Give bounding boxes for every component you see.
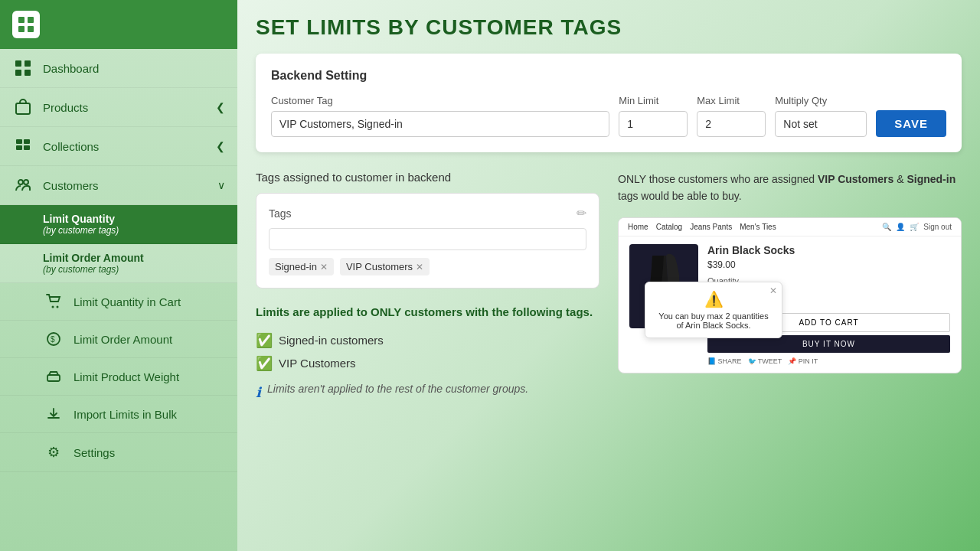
warning-close-button[interactable]: ✕ bbox=[769, 285, 777, 296]
sidebar-item-label: Limit Quantity in Cart bbox=[74, 295, 181, 308]
svg-rect-0 bbox=[18, 17, 24, 23]
collections-icon bbox=[12, 138, 34, 155]
chevron-icon: ∨ bbox=[217, 179, 225, 191]
svg-rect-1 bbox=[28, 17, 34, 23]
share-facebook[interactable]: 📘 SHARE bbox=[707, 357, 742, 365]
tag-label: VIP Customers bbox=[346, 261, 413, 272]
sidebar-item-collections[interactable]: Collections ❮ bbox=[0, 127, 237, 166]
sidebar-item-label: Limit Product Weight bbox=[74, 370, 179, 383]
sub-item-title: Limit Quantity bbox=[43, 213, 225, 225]
desc-after: tags would be able to buy. bbox=[618, 190, 742, 202]
svg-rect-3 bbox=[28, 26, 34, 32]
sidebar-item-label: Settings bbox=[74, 446, 115, 459]
sidebar: Dashboard Products ❮ Collections ❮ Custo… bbox=[0, 0, 237, 551]
tags-list: Signed-in ✕ VIP Customers ✕ bbox=[269, 258, 586, 276]
sign-out-button[interactable]: Sign out bbox=[923, 223, 952, 231]
share-bar: 📘 SHARE 🐦 TWEET 📌 PIN IT bbox=[707, 357, 950, 365]
sidebar-item-limit-order-amount[interactable]: $ Limit Order Amount bbox=[0, 321, 237, 358]
svg-point-15 bbox=[52, 306, 54, 308]
svg-rect-7 bbox=[24, 70, 31, 76]
preview-body: ⚠️ ✕ You can buy max 2 quantities of Ari… bbox=[619, 236, 961, 373]
svg-rect-19 bbox=[47, 375, 60, 381]
preview-nav: Home Catalog Jeans Pants Men's Ties 🔍 👤 … bbox=[619, 218, 961, 236]
svg-rect-4 bbox=[15, 60, 21, 67]
customer-tag-input[interactable] bbox=[271, 111, 609, 137]
order-icon: $ bbox=[43, 331, 64, 347]
cart-nav-icon: 🛒 bbox=[910, 223, 919, 231]
checklist-item-2: ✅ VIP Customers bbox=[256, 355, 599, 372]
products-icon bbox=[12, 99, 34, 116]
description-text: ONLY those customers who are assigned VI… bbox=[618, 171, 962, 205]
customer-tag-field-group: Customer Tag bbox=[271, 95, 609, 137]
svg-rect-10 bbox=[24, 139, 30, 144]
svg-point-14 bbox=[24, 180, 28, 184]
svg-point-16 bbox=[57, 306, 59, 308]
sidebar-item-customers[interactable]: Customers ∨ bbox=[0, 166, 237, 205]
tag-remove-icon[interactable]: ✕ bbox=[416, 262, 423, 272]
desc-before: ONLY those customers who are assigned bbox=[618, 173, 818, 185]
nav-jeans: Jeans Pants bbox=[690, 223, 732, 231]
desc-middle: & bbox=[897, 173, 906, 185]
svg-rect-11 bbox=[16, 145, 22, 150]
warning-icon: ⚠️ bbox=[656, 290, 771, 308]
tags-label: Tags bbox=[269, 207, 292, 220]
multiply-qty-input[interactable] bbox=[775, 111, 867, 137]
customers-icon bbox=[12, 177, 34, 194]
sidebar-item-products[interactable]: Products ❮ bbox=[0, 88, 237, 127]
sidebar-item-label: Customers bbox=[43, 179, 99, 192]
settings-icon: ⚙ bbox=[43, 444, 64, 461]
sidebar-item-limit-product-weight[interactable]: Limit Product Weight bbox=[0, 358, 237, 396]
tags-section-description: Tags assigned to customer in backend bbox=[256, 171, 599, 184]
sidebar-item-import-limits[interactable]: Import Limits in Bulk bbox=[0, 396, 237, 433]
dashboard-icon bbox=[12, 60, 34, 77]
sidebar-item-limit-quantity-cart[interactable]: Limit Quantity in Cart bbox=[0, 283, 237, 321]
desc-bold2: Signed-in bbox=[906, 173, 956, 185]
sidebar-item-dashboard[interactable]: Dashboard bbox=[0, 49, 237, 88]
nav-mens-ties: Men's Ties bbox=[740, 223, 776, 231]
checklist-item-1: ✅ Signed-in customers bbox=[256, 332, 599, 349]
save-button[interactable]: SAVE bbox=[876, 110, 946, 137]
warning-text: You can buy max 2 quantities of Arin Bla… bbox=[658, 311, 768, 330]
max-limit-label: Max Limit bbox=[697, 95, 766, 106]
min-limit-input[interactable] bbox=[619, 111, 688, 137]
sidebar-item-label: Collections bbox=[43, 140, 99, 153]
preview-card: Home Catalog Jeans Pants Men's Ties 🔍 👤 … bbox=[618, 217, 962, 373]
sidebar-sub-item-limit-quantity[interactable]: Limit Quantity (by customer tags) bbox=[0, 205, 237, 244]
max-limit-input[interactable] bbox=[697, 111, 766, 137]
checklist: ✅ Signed-in customers ✅ VIP Customers bbox=[256, 332, 599, 372]
svg-rect-12 bbox=[24, 145, 30, 150]
multiply-qty-field-group: Multiply Qty bbox=[775, 95, 867, 137]
tag-remove-icon[interactable]: ✕ bbox=[320, 262, 328, 272]
tags-search-input[interactable] bbox=[269, 228, 586, 250]
customer-tag-label: Customer Tag bbox=[271, 95, 609, 106]
tags-card: Tags ✏ Signed-in ✕ VIP Customers ✕ bbox=[256, 193, 599, 289]
warning-popup: ⚠️ ✕ You can buy max 2 quantities of Ari… bbox=[645, 282, 782, 338]
edit-icon[interactable]: ✏ bbox=[577, 206, 586, 220]
right-column: ONLY those customers who are assigned VI… bbox=[618, 171, 962, 401]
info-note-text: Limits aren't applied to the rest of the… bbox=[267, 383, 528, 395]
tag-label: Signed-in bbox=[275, 261, 317, 272]
product-name: Arin Black Socks bbox=[707, 244, 950, 256]
share-pinterest[interactable]: 📌 PIN IT bbox=[788, 357, 818, 365]
product-price: $39.00 bbox=[707, 259, 950, 270]
sub-item-subtitle: (by customer tags) bbox=[43, 264, 225, 275]
multiply-qty-label: Multiply Qty bbox=[775, 95, 867, 106]
svg-rect-5 bbox=[24, 60, 31, 67]
main-content: SET LIMITS BY CUSTOMER TAGS Backend Sett… bbox=[237, 0, 980, 551]
svg-rect-2 bbox=[18, 26, 24, 32]
max-limit-field-group: Max Limit bbox=[697, 95, 766, 137]
nav-catalog: Catalog bbox=[656, 223, 682, 231]
backend-setting-card: Backend Setting Customer Tag Min Limit M… bbox=[256, 54, 962, 152]
svg-rect-9 bbox=[16, 139, 22, 144]
share-twitter[interactable]: 🐦 TWEET bbox=[748, 357, 782, 365]
left-column: Tags assigned to customer in backend Tag… bbox=[256, 171, 599, 401]
preview-nav-links: Home Catalog Jeans Pants Men's Ties bbox=[628, 223, 776, 231]
sidebar-item-label: Limit Order Amount bbox=[74, 333, 172, 346]
search-nav-icon: 🔍 bbox=[882, 223, 891, 231]
cart-icon bbox=[43, 294, 64, 309]
page-title: SET LIMITS BY CUSTOMER TAGS bbox=[256, 15, 962, 40]
import-icon bbox=[43, 406, 64, 422]
sidebar-item-settings[interactable]: ⚙ Settings bbox=[0, 433, 237, 472]
sidebar-sub-item-limit-order-amount-tags[interactable]: Limit Order Amount (by customer tags) bbox=[0, 244, 237, 283]
info-note: ℹ Limits aren't applied to the rest of t… bbox=[256, 383, 599, 401]
